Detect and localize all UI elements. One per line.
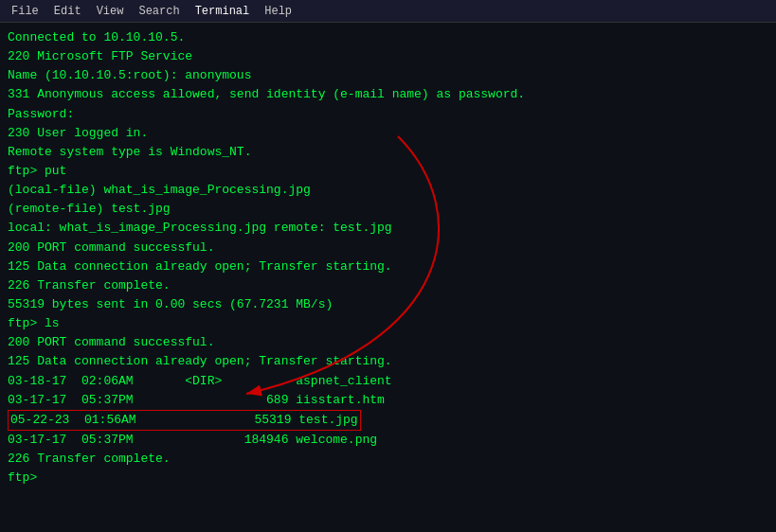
terminal-line: 226 Transfer complete. <box>8 450 768 469</box>
terminal-line: 55319 bytes sent in 0.00 secs (67.7231 M… <box>8 295 768 314</box>
terminal-line: 03-17-17 05:37PM 689 iisstart.htm <box>8 391 768 410</box>
terminal-line: 230 User logged in. <box>8 124 768 143</box>
terminal-line: Remote system type is Windows_NT. <box>8 143 768 162</box>
highlighted-file-row: 05-22-23 01:56AM 55319 test.jpg <box>8 410 361 431</box>
terminal-line: 03-18-17 02:06AM <DIR> aspnet_client <box>8 372 768 391</box>
menu-edit[interactable]: Edit <box>46 3 89 20</box>
terminal-line: 125 Data connection already open; Transf… <box>8 257 768 276</box>
terminal-line: 200 PORT command successful. <box>8 239 768 257</box>
terminal-line: ftp> put <box>8 162 768 181</box>
terminal-line: Name (10.10.10.5:root): anonymous <box>8 66 768 85</box>
menu-help[interactable]: Help <box>257 3 299 20</box>
menu-search[interactable]: Search <box>131 3 187 20</box>
terminal-line: ftp> <box>8 469 768 488</box>
terminal-line: 226 Transfer complete. <box>8 276 768 295</box>
terminal-line: (remote-file) test.jpg <box>8 200 768 219</box>
terminal-line: 125 Data connection already open; Transf… <box>8 352 768 371</box>
terminal-line-highlighted: 05-22-23 01:56AM 55319 test.jpg <box>8 410 768 431</box>
menu-terminal[interactable]: Terminal <box>188 3 258 20</box>
terminal-line: local: what_is_image_Processing.jpg remo… <box>8 219 768 238</box>
menu-file[interactable]: File <box>4 3 46 20</box>
terminal-line: 200 PORT command successful. <box>8 333 768 352</box>
terminal-line: Password: <box>8 105 768 124</box>
terminal[interactable]: Connected to 10.10.10.5. 220 Microsoft F… <box>0 23 776 532</box>
terminal-line: ftp> ls <box>8 314 768 333</box>
menu-view[interactable]: View <box>89 3 132 20</box>
terminal-line: 220 Microsoft FTP Service <box>8 47 768 66</box>
terminal-line: 03-17-17 05:37PM 184946 welcome.png <box>8 431 768 450</box>
terminal-line: 331 Anonymous access allowed, send ident… <box>8 85 768 104</box>
terminal-line: Connected to 10.10.10.5. <box>8 28 768 47</box>
terminal-line: (local-file) what_is_image_Processing.jp… <box>8 181 768 200</box>
menubar: File Edit View Search Terminal Help <box>0 0 776 23</box>
